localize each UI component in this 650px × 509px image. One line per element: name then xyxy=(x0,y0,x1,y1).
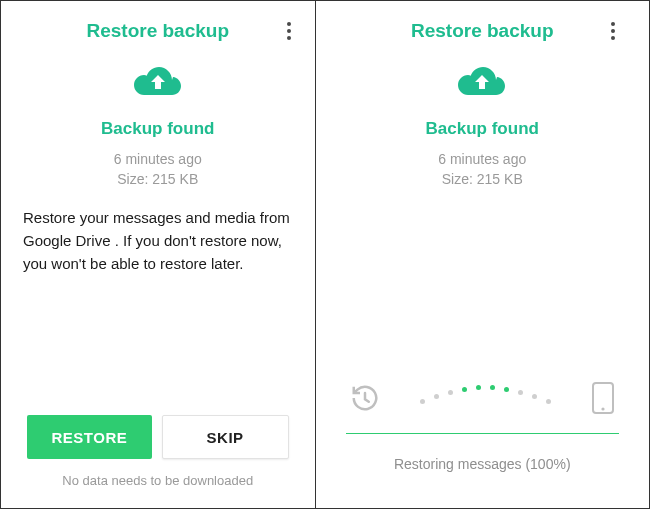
action-button-row: RESTORE SKIP xyxy=(17,415,299,459)
backup-found-title: Backup found xyxy=(342,119,624,139)
backup-time: 6 minutes ago xyxy=(17,149,299,169)
dual-screenshot-frame: Restore backup Backup found 6 minutes ag… xyxy=(0,0,650,509)
transfer-animation xyxy=(342,381,624,415)
progress-text: Restoring messages (100%) xyxy=(342,456,624,472)
backup-size: Size: 215 KB xyxy=(17,169,299,189)
backup-meta: 6 minutes ago Size: 215 KB xyxy=(17,149,299,190)
more-vert-icon[interactable] xyxy=(603,19,623,43)
phone-icon xyxy=(591,381,615,415)
restore-progress-block: Restoring messages (100%) xyxy=(342,381,624,472)
transfer-dots xyxy=(388,390,584,395)
cloud-upload-icon xyxy=(17,65,299,103)
svg-point-1 xyxy=(601,407,604,410)
restore-description: Restore your messages and media from Goo… xyxy=(17,206,299,276)
screen-restore-progress: Restore backup Backup found 6 minutes ag… xyxy=(316,1,650,508)
backup-size: Size: 215 KB xyxy=(342,169,624,189)
backup-meta: 6 minutes ago Size: 215 KB xyxy=(342,149,624,190)
restore-button[interactable]: RESTORE xyxy=(27,415,152,459)
app-bar: Restore backup xyxy=(342,15,624,47)
backup-time: 6 minutes ago xyxy=(342,149,624,169)
page-title: Restore backup xyxy=(86,20,229,42)
screen-restore-prompt: Restore backup Backup found 6 minutes ag… xyxy=(1,1,316,508)
app-bar: Restore backup xyxy=(17,15,299,47)
progress-bar xyxy=(346,433,620,434)
restore-history-icon xyxy=(350,383,380,413)
page-title: Restore backup xyxy=(411,20,554,42)
skip-button[interactable]: SKIP xyxy=(162,415,289,459)
backup-found-title: Backup found xyxy=(17,119,299,139)
more-vert-icon[interactable] xyxy=(279,19,299,43)
cloud-upload-icon xyxy=(342,65,624,103)
download-footnote: No data needs to be downloaded xyxy=(17,473,299,488)
